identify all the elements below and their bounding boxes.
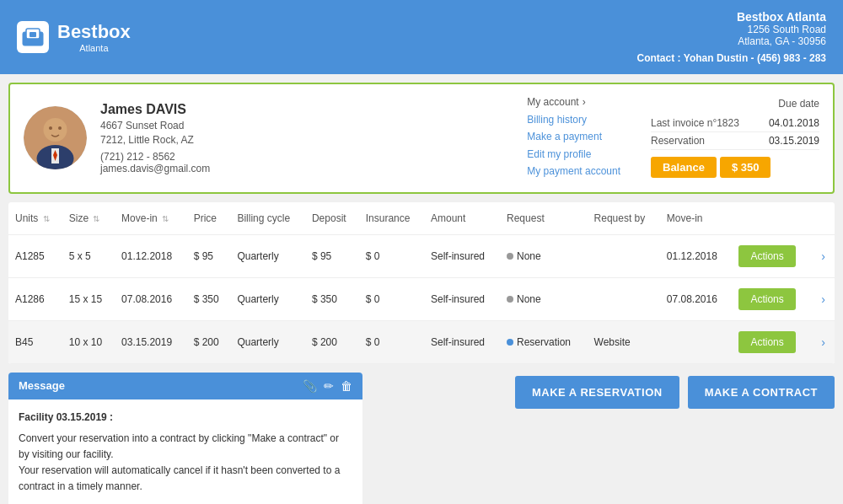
cell-amount: Self-insured [424, 277, 500, 320]
cell-movein2 [660, 320, 733, 363]
reservation-date: 03.15.2019 [769, 135, 819, 147]
logo-text: Bestbox Atlanta [57, 21, 131, 53]
cell-chevron[interactable]: › [811, 277, 835, 320]
reservation-row: Reservation 03.15.2019 [651, 132, 819, 150]
cell-request-by: Website [588, 320, 660, 363]
cell-chevron[interactable]: › [811, 320, 835, 363]
edit-profile-link[interactable]: Edit my profile [527, 146, 620, 163]
company-name: Bestbox Atlanta [636, 10, 826, 24]
customer-address2: 7212, Little Rock, AZ [100, 134, 497, 146]
balance-label: Balance [651, 157, 717, 178]
table-row: A1286 15 x 15 07.08.2016 $ 350 Quarterly… [8, 277, 835, 320]
customer-address1: 4667 Sunset Road [100, 120, 497, 131]
cell-billing: Quarterly [230, 234, 305, 277]
my-account-label: My account › [527, 96, 620, 108]
last-invoice-date: 04.01.2018 [769, 117, 819, 129]
billing-history-link[interactable]: Billing history [527, 111, 620, 128]
col-request-by: Request by [588, 202, 660, 235]
trash-icon[interactable]: 🗑 [341, 379, 352, 393]
brand-sub: Atlanta [57, 43, 131, 53]
cell-amount: Self-insured [424, 320, 500, 363]
cell-unit: A1286 [8, 277, 62, 320]
actions-button[interactable]: Actions [738, 288, 795, 310]
customer-name: James DAVIS [100, 102, 497, 117]
make-contract-button[interactable]: MAKE A CONTRACT [688, 376, 835, 409]
contact-info: Contact : Yohan Dustin - (456) 983 - 283 [636, 52, 826, 64]
paperclip-icon[interactable]: 📎 [303, 379, 317, 393]
reservation-label: Reservation [651, 135, 705, 147]
cell-actions[interactable]: Actions [732, 234, 811, 277]
cell-actions[interactable]: Actions [732, 277, 811, 320]
balance-combined: Balance $ 350 [651, 157, 771, 178]
due-date-label: Due date [651, 98, 819, 110]
edit-icon[interactable]: ✏ [324, 379, 334, 393]
chevron-right-icon[interactable]: › [821, 249, 825, 263]
cell-price: $ 200 [187, 320, 231, 363]
make-payment-link[interactable]: Make a payment [527, 128, 620, 145]
cell-size: 15 x 15 [62, 277, 115, 320]
chevron-right-icon[interactable]: › [821, 292, 825, 306]
cell-unit: B45 [8, 320, 62, 363]
svg-point-8 [49, 126, 52, 130]
col-movein2: Move-in [660, 202, 733, 235]
cell-chevron[interactable]: › [811, 234, 835, 277]
company-address1: 1256 South Road [636, 24, 826, 35]
message-box: Message 📎 ✏ 🗑 Facility 03.15.2019 : Conv… [8, 373, 362, 504]
message-icons: 📎 ✏ 🗑 [303, 379, 352, 393]
avatar [24, 106, 87, 169]
message-title: Message [19, 379, 65, 392]
cell-movein: 07.08.2016 [115, 277, 187, 320]
svg-rect-2 [30, 32, 36, 37]
cell-movein: 01.12.2018 [115, 234, 187, 277]
cell-movein2: 07.08.2016 [660, 277, 733, 320]
cell-billing: Quarterly [230, 277, 305, 320]
payment-account-link[interactable]: My payment account [527, 163, 620, 180]
col-request: Request [500, 202, 588, 235]
actions-button[interactable]: Actions [738, 245, 795, 267]
cell-request-by [588, 277, 660, 320]
cell-actions[interactable]: Actions [732, 320, 811, 363]
cell-request: None [500, 234, 588, 277]
cell-request-by [588, 234, 660, 277]
balance-value: $ 350 [720, 157, 771, 178]
cell-insurance: $ 0 [359, 234, 424, 277]
make-reservation-button[interactable]: MAKE A RESERVATION [515, 376, 679, 409]
cell-size: 10 x 10 [62, 320, 115, 363]
brand-name: Bestbox [57, 21, 131, 43]
cell-movein: 03.15.2019 [115, 320, 187, 363]
logo-icon [17, 21, 49, 53]
svg-point-4 [44, 118, 67, 142]
customer-phone: (721) 212 - 8562 [100, 151, 497, 163]
last-invoice-row: Last invoice n°1823 04.01.2018 [651, 115, 819, 132]
customer-info: James DAVIS 4667 Sunset Road 7212, Littl… [100, 102, 497, 174]
cell-request: Reservation [500, 320, 588, 363]
cell-deposit: $ 350 [305, 277, 359, 320]
company-address2: Atlanta, GA - 30956 [636, 35, 826, 47]
cell-billing: Quarterly [230, 320, 305, 363]
action-buttons: MAKE A RESERVATION MAKE A CONTRACT [371, 373, 835, 504]
cell-deposit: $ 95 [305, 234, 359, 277]
col-actions [732, 202, 811, 235]
cell-amount: Self-insured [424, 234, 500, 277]
cell-size: 5 x 5 [62, 234, 115, 277]
balance-row: Balance $ 350 [651, 157, 819, 178]
company-info: Bestbox Atlanta 1256 South Road Atlanta,… [636, 10, 826, 64]
col-size: Size ⇅ [62, 202, 115, 235]
table-row: A1285 5 x 5 01.12.2018 $ 95 Quarterly $ … [8, 234, 835, 277]
cell-price: $ 350 [187, 277, 231, 320]
chevron-right-icon[interactable]: › [821, 335, 825, 349]
col-insurance: Insurance [359, 202, 424, 235]
message-body: Facility 03.15.2019 : Convert your reser… [8, 399, 362, 504]
cell-insurance: $ 0 [359, 320, 424, 363]
header: Bestbox Atlanta Bestbox Atlanta 1256 Sou… [0, 0, 843, 74]
table-row: B45 10 x 10 03.15.2019 $ 200 Quarterly $… [8, 320, 835, 363]
last-invoice-label: Last invoice n°1823 [651, 117, 739, 129]
customer-card: James DAVIS 4667 Sunset Road 7212, Littl… [8, 83, 835, 194]
bottom-section: Message 📎 ✏ 🗑 Facility 03.15.2019 : Conv… [8, 373, 835, 504]
table-header-row: Units ⇅ Size ⇅ Move-in ⇅ Price Billing c… [8, 202, 835, 235]
units-table: Units ⇅ Size ⇅ Move-in ⇅ Price Billing c… [8, 202, 835, 364]
actions-button[interactable]: Actions [738, 331, 795, 353]
col-billing: Billing cycle [230, 202, 305, 235]
contact-value: Yohan Dustin - (456) 983 - 283 [684, 52, 826, 64]
account-links: My account › Billing history Make a paym… [527, 96, 620, 180]
